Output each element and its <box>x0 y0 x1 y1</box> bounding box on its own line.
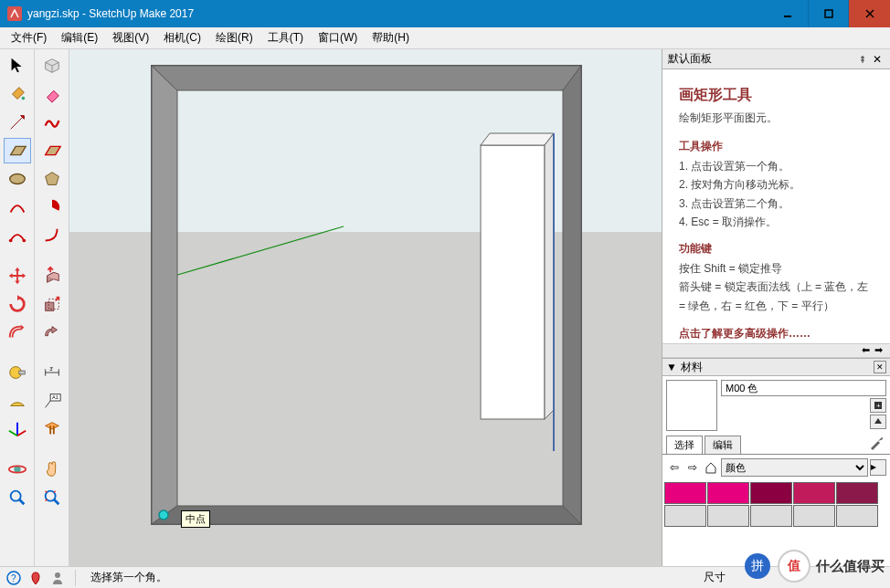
svg-text:A1: A1 <box>52 394 58 400</box>
menu-file[interactable]: 文件(F) <box>4 28 54 47</box>
eraser-tool[interactable] <box>38 81 66 107</box>
minimize-button[interactable] <box>767 0 808 27</box>
model-view <box>69 49 662 566</box>
arc-2pt-tool[interactable] <box>4 223 31 248</box>
svg-line-16 <box>18 499 24 505</box>
eyedropper-icon[interactable] <box>868 435 885 451</box>
zoom-extents-tool[interactable] <box>38 485 66 510</box>
svg-point-4 <box>21 97 25 100</box>
zdm-text: 什么值得买 <box>816 558 885 575</box>
svg-text:+: + <box>876 402 881 410</box>
menu-help[interactable]: 帮助(H) <box>365 28 417 47</box>
instructor-title: 画矩形工具 <box>679 82 877 107</box>
line-tool[interactable] <box>4 110 31 135</box>
swatch[interactable] <box>664 505 706 527</box>
svg-point-13 <box>14 466 20 472</box>
text-tool[interactable]: A1 <box>38 388 66 414</box>
materials-panel: M00 色 + 选择 编辑 ⇦ ⇨ 颜色 ▸ <box>662 376 890 566</box>
nav-back-icon[interactable]: ⇦ <box>666 459 683 476</box>
material-name-field[interactable]: M00 色 <box>721 380 886 396</box>
watermark-badges: 拼 值 什么值得买 <box>745 550 885 583</box>
orbit-tool[interactable] <box>4 457 31 482</box>
freehand-tool[interactable] <box>38 110 66 135</box>
protractor-tool[interactable] <box>4 388 31 414</box>
close-button[interactable] <box>849 0 890 27</box>
svg-point-39 <box>55 572 60 578</box>
maximize-button[interactable] <box>808 0 849 27</box>
svg-line-11 <box>17 431 26 436</box>
geo-icon[interactable] <box>27 570 44 586</box>
menu-window[interactable]: 窗口(W) <box>311 28 365 47</box>
select-tool[interactable] <box>4 53 31 79</box>
collapse-icon: ▼ <box>666 361 677 373</box>
swatch[interactable] <box>707 482 749 504</box>
viewport[interactable]: 中点 <box>69 49 662 566</box>
pan-tool[interactable] <box>38 457 66 482</box>
library-menu-icon[interactable]: ▸ <box>870 459 886 476</box>
section-tool[interactable] <box>38 416 66 442</box>
circle-tool[interactable] <box>4 166 31 192</box>
nav-home-icon[interactable] <box>703 459 719 476</box>
menu-edit[interactable]: 编辑(E) <box>54 28 105 47</box>
materials-header[interactable]: ▼ 材料 ✕ <box>662 358 890 376</box>
zdm-logo-icon: 值 <box>778 550 811 583</box>
arc-tool[interactable] <box>4 194 31 220</box>
svg-text:3': 3' <box>49 366 53 372</box>
arc-3pt-tool[interactable] <box>38 223 66 248</box>
default-material-icon[interactable] <box>870 415 886 429</box>
menu-view[interactable]: 视图(V) <box>105 28 156 47</box>
tape-tool[interactable] <box>4 360 31 385</box>
credits-icon[interactable] <box>49 570 66 586</box>
swatch[interactable] <box>793 505 835 527</box>
tray-panel: 默认面板 ✕ 画矩形工具 绘制矩形平面图元。 工具操作 1. 点击设置第一个角。… <box>662 49 890 566</box>
tray-header[interactable]: 默认面板 ✕ <box>662 49 890 69</box>
swatch[interactable] <box>707 505 749 527</box>
dimension-tool[interactable]: 3' <box>38 360 66 385</box>
menu-draw[interactable]: 绘图(R) <box>208 28 260 47</box>
pushpull-tool[interactable] <box>38 263 66 289</box>
materials-tab-edit[interactable]: 编辑 <box>705 436 741 454</box>
swatch[interactable] <box>836 505 878 527</box>
move-tool[interactable] <box>4 263 31 289</box>
inference-tooltip: 中点 <box>181 510 210 528</box>
instructor-more-link[interactable]: 点击了解更多高级操作…… <box>679 324 877 342</box>
polygon-tool[interactable] <box>38 166 66 192</box>
svg-point-34 <box>159 510 168 520</box>
materials-tab-select[interactable]: 选择 <box>666 436 703 454</box>
rotated-rect-tool[interactable] <box>38 138 66 163</box>
instructor-back-icon[interactable]: ⬅ <box>859 344 872 357</box>
help-icon[interactable]: ? <box>5 570 22 586</box>
swatch[interactable] <box>750 482 792 504</box>
current-material-swatch[interactable] <box>666 380 717 431</box>
menu-tools[interactable]: 工具(T) <box>260 28 311 47</box>
close-tray-icon[interactable]: ✕ <box>870 52 885 67</box>
instructor-fwd-icon[interactable]: ➡ <box>872 344 885 357</box>
pin-icon[interactable] <box>855 52 870 67</box>
paint-bucket-tool[interactable] <box>4 81 31 107</box>
instructor-nav: ⬅ ➡ <box>662 343 890 358</box>
svg-point-6 <box>8 239 12 243</box>
followme-tool[interactable] <box>38 320 66 345</box>
rectangle-tool[interactable] <box>4 138 31 163</box>
rotate-tool[interactable] <box>4 291 31 317</box>
svg-point-7 <box>22 239 26 243</box>
create-material-icon[interactable]: + <box>870 398 886 413</box>
swatch[interactable] <box>750 505 792 527</box>
nav-fwd-icon[interactable]: ⇨ <box>684 459 701 476</box>
swatch[interactable] <box>664 482 706 504</box>
zoom-tool[interactable] <box>4 485 31 510</box>
component-tool[interactable] <box>38 53 66 79</box>
scale-tool[interactable] <box>38 291 66 317</box>
svg-rect-9 <box>18 371 24 374</box>
window-title: yangzi.skp - SketchUp Make 2017 <box>27 7 767 20</box>
pie-tool[interactable] <box>38 194 66 220</box>
menu-camera[interactable]: 相机(C) <box>156 28 208 47</box>
title-bar: yangzi.skp - SketchUp Make 2017 <box>0 0 890 27</box>
offset-tool[interactable] <box>4 320 31 345</box>
swatch[interactable] <box>836 482 878 504</box>
swatch[interactable] <box>793 482 835 504</box>
material-library-select[interactable]: 颜色 <box>721 458 868 477</box>
close-materials-icon[interactable]: ✕ <box>874 361 886 373</box>
svg-line-27 <box>53 499 58 505</box>
axes-tool[interactable] <box>4 416 31 442</box>
